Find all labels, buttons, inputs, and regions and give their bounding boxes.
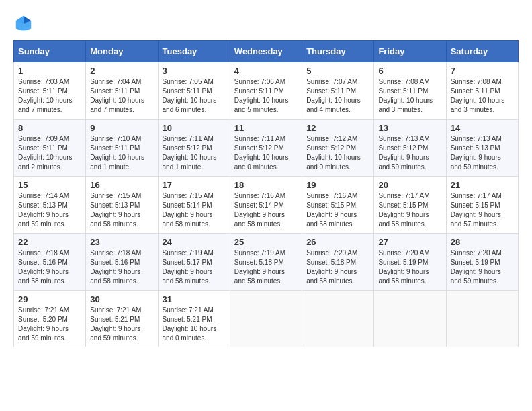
sunrise-text: Sunrise: 7:15 AM [90, 192, 141, 199]
day-number: 1 [18, 66, 81, 76]
day-number: 9 [90, 123, 153, 133]
day-info: Sunrise: 7:13 AM Sunset: 5:13 PM Dayligh… [451, 134, 514, 172]
day-info: Sunrise: 7:13 AM Sunset: 5:12 PM Dayligh… [378, 134, 441, 172]
calendar-cell: 11 Sunrise: 7:11 AM Sunset: 5:12 PM Dayl… [230, 120, 302, 177]
logo [13, 13, 35, 34]
calendar-cell: 29 Sunrise: 7:21 AM Sunset: 5:20 PM Dayl… [14, 291, 86, 347]
calendar-cell: 16 Sunrise: 7:15 AM Sunset: 5:13 PM Dayl… [86, 177, 158, 234]
day-info: Sunrise: 7:19 AM Sunset: 5:17 PM Dayligh… [163, 248, 226, 286]
calendar-cell: 26 Sunrise: 7:20 AM Sunset: 5:18 PM Dayl… [302, 234, 374, 291]
page-header [13, 13, 519, 34]
sunrise-text: Sunrise: 7:10 AM [90, 135, 141, 142]
day-number: 27 [378, 237, 441, 247]
day-info: Sunrise: 7:04 AM Sunset: 5:11 PM Dayligh… [90, 77, 153, 115]
calendar-header-row: SundayMondayTuesdayWednesdayThursdayFrid… [14, 41, 519, 62]
sunset-text: Sunset: 5:14 PM [234, 201, 284, 209]
day-info: Sunrise: 7:17 AM Sunset: 5:15 PM Dayligh… [451, 191, 514, 229]
sunset-text: Sunset: 5:12 PM [234, 144, 284, 152]
calendar-cell: 22 Sunrise: 7:18 AM Sunset: 5:16 PM Dayl… [14, 234, 86, 291]
calendar-cell: 9 Sunrise: 7:10 AM Sunset: 5:11 PM Dayli… [86, 120, 158, 177]
day-info: Sunrise: 7:16 AM Sunset: 5:15 PM Dayligh… [306, 191, 369, 229]
day-number: 5 [306, 66, 369, 76]
day-info: Sunrise: 7:21 AM Sunset: 5:21 PM Dayligh… [163, 306, 226, 343]
sunrise-text: Sunrise: 7:18 AM [18, 249, 69, 257]
calendar-cell: 14 Sunrise: 7:13 AM Sunset: 5:13 PM Dayl… [446, 120, 518, 177]
sunrise-text: Sunrise: 7:11 AM [234, 135, 285, 142]
calendar-cell: 31 Sunrise: 7:21 AM Sunset: 5:21 PM Dayl… [158, 291, 230, 347]
calendar-cell: 12 Sunrise: 7:12 AM Sunset: 5:12 PM Dayl… [302, 120, 374, 177]
sunset-text: Sunset: 5:19 PM [451, 259, 500, 266]
day-number: 12 [306, 123, 369, 133]
calendar-cell: 17 Sunrise: 7:15 AM Sunset: 5:14 PM Dayl… [158, 177, 230, 234]
day-number: 11 [234, 123, 298, 133]
sunset-text: Sunset: 5:18 PM [234, 259, 284, 266]
day-number: 18 [234, 180, 298, 190]
day-number: 23 [90, 237, 153, 247]
sunset-text: Sunset: 5:19 PM [378, 259, 428, 266]
day-info: Sunrise: 7:08 AM Sunset: 5:11 PM Dayligh… [451, 77, 514, 115]
calendar-cell: 23 Sunrise: 7:18 AM Sunset: 5:16 PM Dayl… [86, 234, 158, 291]
sunrise-text: Sunrise: 7:20 AM [451, 249, 502, 257]
sunset-text: Sunset: 5:15 PM [378, 201, 428, 209]
calendar-cell: 6 Sunrise: 7:08 AM Sunset: 5:11 PM Dayli… [374, 62, 446, 120]
header-wednesday: Wednesday [230, 41, 302, 62]
daylight-text: Daylight: 10 hours and 3 minutes. [451, 97, 505, 113]
sunset-text: Sunset: 5:15 PM [451, 201, 500, 209]
sunset-text: Sunset: 5:12 PM [163, 144, 212, 152]
sunrise-text: Sunrise: 7:04 AM [90, 78, 141, 85]
sunrise-text: Sunrise: 7:03 AM [18, 78, 69, 85]
day-info: Sunrise: 7:11 AM Sunset: 5:12 PM Dayligh… [234, 134, 298, 172]
day-number: 16 [90, 180, 153, 190]
calendar-cell: 19 Sunrise: 7:16 AM Sunset: 5:15 PM Dayl… [302, 177, 374, 234]
day-info: Sunrise: 7:12 AM Sunset: 5:12 PM Dayligh… [306, 134, 369, 172]
sunrise-text: Sunrise: 7:16 AM [306, 192, 357, 199]
sunset-text: Sunset: 5:11 PM [18, 144, 68, 152]
daylight-text: Daylight: 10 hours and 6 minutes. [163, 97, 217, 113]
sunset-text: Sunset: 5:20 PM [18, 316, 68, 323]
sunset-text: Sunset: 5:13 PM [18, 201, 68, 209]
sunrise-text: Sunrise: 7:08 AM [378, 78, 429, 85]
daylight-text: Daylight: 9 hours and 58 minutes. [163, 268, 213, 285]
daylight-text: Daylight: 9 hours and 59 minutes. [378, 154, 429, 171]
day-info: Sunrise: 7:20 AM Sunset: 5:18 PM Dayligh… [306, 248, 369, 286]
day-number: 28 [451, 237, 514, 247]
calendar-cell [302, 291, 374, 347]
daylight-text: Daylight: 10 hours and 3 minutes. [378, 97, 433, 113]
sunrise-text: Sunrise: 7:12 AM [306, 135, 357, 142]
sunrise-text: Sunrise: 7:20 AM [306, 249, 357, 257]
day-info: Sunrise: 7:08 AM Sunset: 5:11 PM Dayligh… [378, 77, 441, 115]
sunrise-text: Sunrise: 7:14 AM [18, 192, 69, 199]
sunrise-text: Sunrise: 7:19 AM [163, 249, 214, 257]
calendar-cell: 18 Sunrise: 7:16 AM Sunset: 5:14 PM Dayl… [230, 177, 302, 234]
sunset-text: Sunset: 5:12 PM [378, 144, 428, 152]
sunset-text: Sunset: 5:13 PM [451, 144, 500, 152]
sunset-text: Sunset: 5:11 PM [378, 87, 428, 95]
calendar-cell [374, 291, 446, 347]
daylight-text: Daylight: 10 hours and 5 minutes. [234, 97, 289, 113]
sunset-text: Sunset: 5:11 PM [451, 87, 500, 95]
day-number: 19 [306, 180, 369, 190]
daylight-text: Daylight: 10 hours and 2 minutes. [18, 154, 73, 171]
day-info: Sunrise: 7:20 AM Sunset: 5:19 PM Dayligh… [378, 248, 441, 286]
day-info: Sunrise: 7:18 AM Sunset: 5:16 PM Dayligh… [18, 248, 81, 286]
sunset-text: Sunset: 5:17 PM [163, 259, 212, 266]
daylight-text: Daylight: 9 hours and 58 minutes. [163, 211, 213, 228]
calendar-cell [446, 291, 518, 347]
day-info: Sunrise: 7:19 AM Sunset: 5:18 PM Dayligh… [234, 248, 298, 286]
day-info: Sunrise: 7:05 AM Sunset: 5:11 PM Dayligh… [163, 77, 226, 115]
day-number: 20 [378, 180, 441, 190]
calendar-week-2: 8 Sunrise: 7:09 AM Sunset: 5:11 PM Dayli… [14, 120, 519, 177]
sunrise-text: Sunrise: 7:21 AM [18, 306, 69, 314]
sunrise-text: Sunrise: 7:18 AM [90, 249, 141, 257]
sunset-text: Sunset: 5:11 PM [306, 87, 356, 95]
header-sunday: Sunday [14, 41, 86, 62]
daylight-text: Daylight: 9 hours and 58 minutes. [18, 268, 69, 285]
header-monday: Monday [86, 41, 158, 62]
sunrise-text: Sunrise: 7:05 AM [163, 78, 214, 85]
calendar-cell: 1 Sunrise: 7:03 AM Sunset: 5:11 PM Dayli… [14, 62, 86, 120]
calendar-week-4: 22 Sunrise: 7:18 AM Sunset: 5:16 PM Dayl… [14, 234, 519, 291]
header-friday: Friday [374, 41, 446, 62]
daylight-text: Daylight: 9 hours and 58 minutes. [306, 268, 357, 285]
calendar-cell: 21 Sunrise: 7:17 AM Sunset: 5:15 PM Dayl… [446, 177, 518, 234]
calendar-cell: 10 Sunrise: 7:11 AM Sunset: 5:12 PM Dayl… [158, 120, 230, 177]
